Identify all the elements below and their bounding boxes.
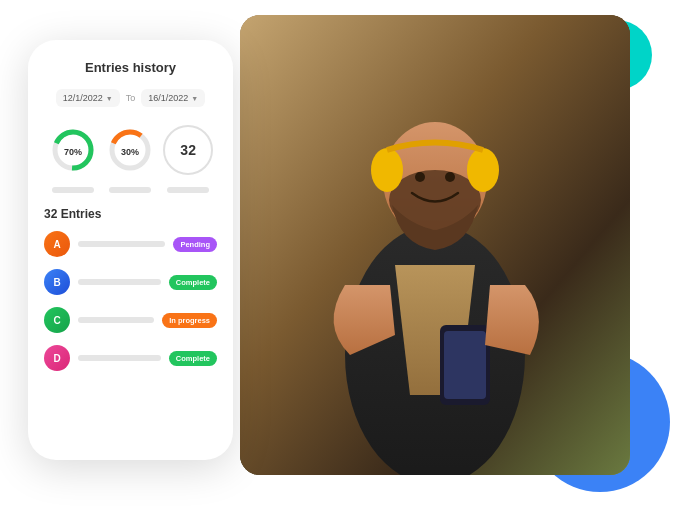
legend-line-3: [167, 187, 209, 193]
avatar: A: [44, 231, 70, 257]
count-circle: 32: [163, 125, 213, 175]
chart-legend-lines: [44, 187, 217, 193]
date-to-value: 16/1/2022: [148, 93, 188, 103]
svg-point-5: [467, 148, 499, 192]
chevron-down-icon: ▼: [106, 95, 113, 102]
item-name-line: [78, 279, 161, 285]
svg-text:30%: 30%: [121, 147, 139, 157]
donut-svg-orange: 30%: [105, 125, 155, 175]
donut-chart-70: 70%: [48, 125, 98, 175]
svg-point-7: [445, 172, 455, 182]
entries-list: A Pending B Complete C In progress D Com…: [44, 231, 217, 371]
entries-count-label: 32 Entries: [44, 207, 217, 221]
charts-row: 70% 30% 32: [44, 125, 217, 175]
chevron-down-icon-2: ▼: [191, 95, 198, 102]
donut-svg-green: 70%: [48, 125, 98, 175]
worker-photo: [240, 15, 630, 475]
phone-card: Entries history 12/1/2022 ▼ To 16/1/2022…: [28, 40, 233, 460]
date-range: 12/1/2022 ▼ To 16/1/2022 ▼: [44, 89, 217, 107]
list-item: A Pending: [44, 231, 217, 257]
status-badge: Pending: [173, 237, 217, 252]
svg-rect-9: [444, 331, 486, 399]
avatar: D: [44, 345, 70, 371]
avatar: B: [44, 269, 70, 295]
item-name-line: [78, 241, 165, 247]
date-from-button[interactable]: 12/1/2022 ▼: [56, 89, 120, 107]
date-from-value: 12/1/2022: [63, 93, 103, 103]
legend-line-2: [109, 187, 151, 193]
item-name-line: [78, 317, 154, 323]
worker-svg: [240, 15, 630, 475]
legend-line-1: [52, 187, 94, 193]
list-item: D Complete: [44, 345, 217, 371]
to-label: To: [126, 93, 136, 103]
list-item: C In progress: [44, 307, 217, 333]
status-badge: Complete: [169, 351, 217, 366]
svg-point-6: [415, 172, 425, 182]
svg-text:70%: 70%: [64, 147, 82, 157]
status-badge: In progress: [162, 313, 217, 328]
item-name-line: [78, 355, 161, 361]
donut-chart-30: 30%: [105, 125, 155, 175]
avatar: C: [44, 307, 70, 333]
card-title: Entries history: [44, 60, 217, 75]
date-to-button[interactable]: 16/1/2022 ▼: [141, 89, 205, 107]
svg-point-4: [371, 148, 403, 192]
list-item: B Complete: [44, 269, 217, 295]
status-badge: Complete: [169, 275, 217, 290]
